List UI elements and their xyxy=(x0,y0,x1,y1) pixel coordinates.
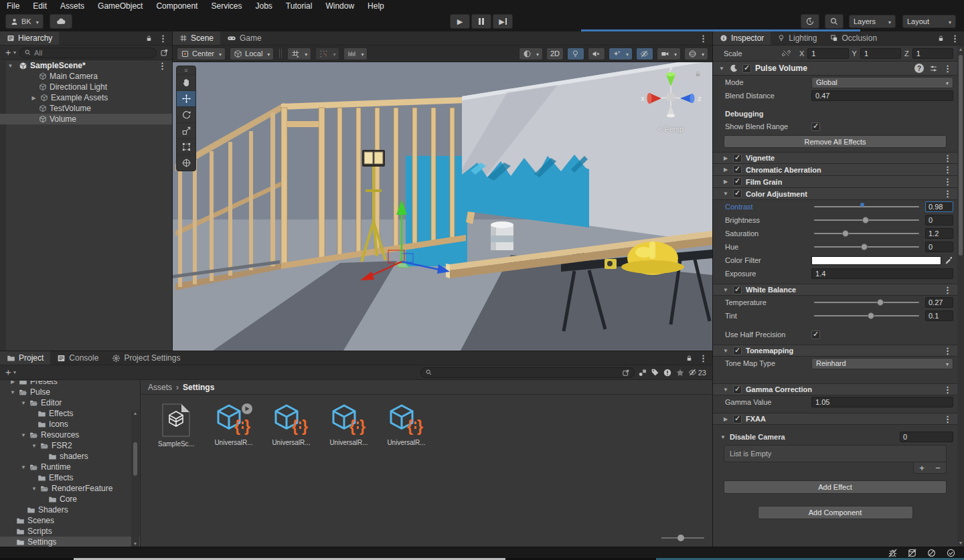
hue-field[interactable]: 0 xyxy=(925,242,953,252)
effect-header-tonemapping[interactable]: ▼ Tonemapping xyxy=(713,345,957,357)
tree-row[interactable]: Effects xyxy=(0,472,140,483)
color-filter-swatch[interactable] xyxy=(811,256,941,265)
kebab-menu-icon[interactable] xyxy=(699,353,708,363)
menu-tutorial[interactable]: Tutorial xyxy=(279,0,319,12)
favorites-star-icon[interactable] xyxy=(675,368,685,377)
tree-row[interactable]: Icons xyxy=(0,419,140,430)
grid-visibility-button[interactable] xyxy=(287,48,311,60)
effect-header-fxaa[interactable]: ▶ FXAA xyxy=(713,413,957,425)
pivot-mode-dropdown[interactable]: Center xyxy=(177,48,226,60)
menu-file[interactable]: File xyxy=(0,0,26,12)
step-button[interactable]: ▶ xyxy=(493,14,513,29)
hierarchy-row[interactable]: TestVolume xyxy=(0,103,172,114)
shading-mode-dropdown[interactable] xyxy=(519,48,543,60)
tab-project-settings[interactable]: Project Settings xyxy=(105,351,187,365)
tree-row-selected[interactable]: Settings xyxy=(0,537,140,547)
scroll-up-icon[interactable]: ▲ xyxy=(957,47,964,52)
mode-dropdown[interactable]: Global xyxy=(811,77,953,88)
foldout-open-icon[interactable]: ▼ xyxy=(722,348,729,354)
inspector-scrollbar[interactable]: ▲ ▼ xyxy=(957,45,964,547)
asset-item-urp[interactable]: { } UniversalR... xyxy=(208,403,259,448)
effect-enabled-checkbox[interactable] xyxy=(733,165,742,174)
scale-y-field[interactable]: 1 xyxy=(860,48,901,59)
orientation-dropdown[interactable]: Local xyxy=(230,48,274,60)
account-button[interactable]: BK xyxy=(5,14,44,29)
foldout-open-icon[interactable]: ▼ xyxy=(20,432,27,438)
temperature-field[interactable]: 0.27 xyxy=(925,297,953,308)
effect-enabled-checkbox[interactable] xyxy=(733,385,742,394)
effect-header-film-grain[interactable]: ▶ Film Grain xyxy=(713,176,957,188)
search-by-import-log-icon[interactable] xyxy=(663,368,672,377)
hierarchy-row[interactable]: Directional Light xyxy=(0,82,172,92)
list-add-button[interactable]: + xyxy=(914,462,930,473)
disable-camera-size-field[interactable]: 0 xyxy=(900,432,953,442)
effect-header-chromatic-aberration[interactable]: ▶ Chromatic Aberration xyxy=(713,164,957,176)
hierarchy-search[interactable] xyxy=(19,48,157,58)
asset-item-urp[interactable]: { } UniversalR... xyxy=(381,403,432,448)
tree-row[interactable]: Shaders xyxy=(0,504,140,515)
foldout-open-icon[interactable]: ▼ xyxy=(722,287,729,293)
presets-icon[interactable] xyxy=(929,64,938,73)
tree-row[interactable]: ▼Resources xyxy=(0,430,140,440)
gamma-value-field[interactable]: 1.05 xyxy=(811,397,953,407)
tab-hierarchy[interactable]: Hierarchy xyxy=(0,31,59,45)
snap-increment-button[interactable] xyxy=(315,48,339,60)
tree-scrollbar[interactable]: ▲ ▼ xyxy=(131,410,139,547)
menu-jobs[interactable]: Jobs xyxy=(248,0,278,12)
list-remove-button[interactable]: − xyxy=(930,462,946,473)
kebab-menu-icon[interactable] xyxy=(943,189,952,199)
foldout-open-icon[interactable]: ▼ xyxy=(7,63,14,69)
foldout-closed-icon[interactable]: ▶ xyxy=(722,167,729,173)
collab-disabled-icon[interactable] xyxy=(927,548,937,558)
menu-component[interactable]: Component xyxy=(149,0,204,12)
camera-settings-dropdown[interactable] xyxy=(657,48,681,60)
kebab-menu-icon[interactable] xyxy=(951,33,959,43)
saturation-slider[interactable] xyxy=(814,228,919,239)
disable-camera-list[interactable]: List is Empty xyxy=(724,445,947,462)
kebab-menu-icon[interactable] xyxy=(699,33,708,43)
tree-row[interactable]: ▼Pulse xyxy=(0,387,140,397)
asset-item-scene[interactable]: SampleSc... xyxy=(151,403,202,448)
scroll-up-icon[interactable]: ▲ xyxy=(131,411,139,415)
foldout-open-icon[interactable]: ▼ xyxy=(722,387,729,393)
gizmos-dropdown[interactable] xyxy=(684,48,708,60)
transform-tool[interactable] xyxy=(177,155,195,171)
foldout-closed-icon[interactable]: ▶ xyxy=(9,381,16,385)
scale-x-field[interactable]: 1 xyxy=(807,48,848,59)
tab-inspector[interactable]: Inspector xyxy=(713,31,771,45)
foldout-closed-icon[interactable]: ▶ xyxy=(722,179,729,185)
foldout-open-icon[interactable]: ▼ xyxy=(20,464,27,470)
foldout-open-icon[interactable]: ▼ xyxy=(722,191,729,197)
menu-edit[interactable]: Edit xyxy=(26,0,54,12)
project-search-input[interactable] xyxy=(435,369,619,377)
kebab-menu-icon[interactable] xyxy=(943,285,952,295)
scene-viewport[interactable]: ≡ y x z < Persp xyxy=(173,62,712,351)
audio-toggle[interactable] xyxy=(588,48,605,60)
undo-history-button[interactable] xyxy=(801,14,819,29)
search-by-label-icon[interactable] xyxy=(651,368,659,377)
help-icon[interactable]: ? xyxy=(914,64,924,73)
tree-row[interactable]: Core xyxy=(0,494,140,504)
tree-row[interactable]: Scenes xyxy=(0,515,140,526)
tree-row[interactable]: shaders xyxy=(0,451,140,462)
project-search[interactable] xyxy=(420,367,635,378)
effect-enabled-checkbox[interactable] xyxy=(733,189,742,198)
tab-project[interactable]: Project xyxy=(0,351,50,365)
menu-services[interactable]: Services xyxy=(204,0,248,12)
hierarchy-row-scene[interactable]: ▼ SampleScene* xyxy=(0,60,172,71)
view-orientation-gizmo[interactable]: y x z < Persp xyxy=(639,65,703,133)
foldout-open-icon[interactable]: ▼ xyxy=(20,400,27,406)
use-half-precision-checkbox[interactable] xyxy=(811,331,820,339)
cache-disabled-icon[interactable] xyxy=(907,548,917,558)
layers-dropdown[interactable]: Layers xyxy=(849,15,896,28)
hierarchy-row[interactable]: ▶ Example Assets xyxy=(0,92,172,103)
effects-toggle-dropdown[interactable] xyxy=(609,48,633,60)
show-blend-range-checkbox[interactable] xyxy=(811,122,820,131)
overlay-drag-handle[interactable]: ≡ xyxy=(177,66,195,74)
kebab-menu-icon[interactable] xyxy=(943,346,952,356)
component-header-pulse-volume[interactable]: ▼ Pulse Volume ? xyxy=(713,61,957,76)
tone-map-type-dropdown[interactable]: Reinhard xyxy=(811,358,953,369)
effect-enabled-checkbox[interactable] xyxy=(733,347,742,355)
lock-icon[interactable] xyxy=(145,35,153,42)
open-in-window-icon[interactable] xyxy=(160,48,169,57)
